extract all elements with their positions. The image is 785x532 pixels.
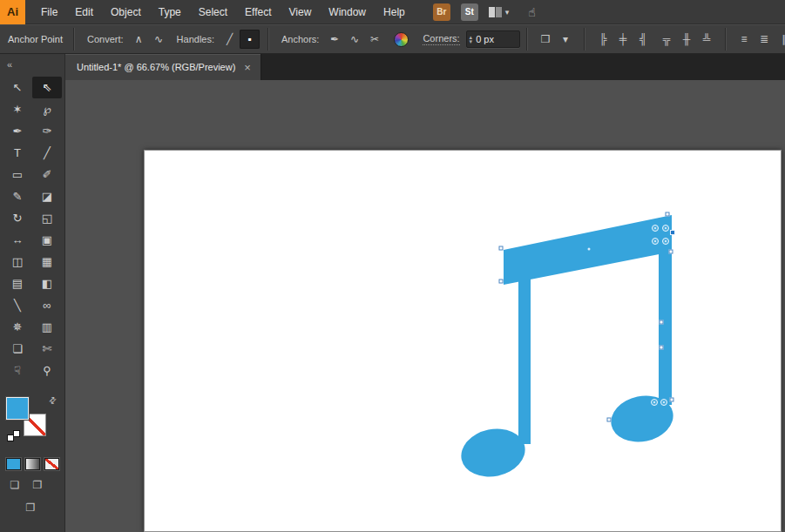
column-graph-tool[interactable]: ▥ — [32, 316, 62, 338]
anchor-point[interactable] — [670, 230, 675, 235]
menu-effect[interactable]: Effect — [236, 0, 280, 24]
gradient-tool[interactable]: ◧ — [32, 273, 62, 294]
hide-handles-icon[interactable]: ╱ — [220, 30, 240, 49]
anchor-point[interactable] — [666, 212, 670, 217]
selection-tool[interactable]: ↖ — [3, 77, 32, 98]
none-button[interactable] — [44, 458, 59, 470]
control-bar: Anchor Point Convert: ∧∿ Handles: ╱▪ Anc… — [0, 24, 785, 54]
remove-anchor-icon[interactable]: ✒ — [324, 30, 344, 49]
direct-selection-tool[interactable]: ⇖ — [32, 77, 62, 98]
touch-workspace-icon[interactable]: ☝ — [528, 5, 536, 19]
canvas-pasteboard[interactable] — [65, 80, 785, 532]
workspace-switcher[interactable]: ▾ — [489, 7, 510, 17]
menu-select[interactable]: Select — [190, 0, 236, 24]
distribute-top-icon[interactable]: ≡ — [734, 30, 755, 49]
width-tool[interactable]: ↔ — [3, 229, 32, 251]
default-fill-stroke-icon[interactable] — [7, 430, 20, 441]
menu-object[interactable]: Object — [102, 0, 150, 24]
app-logo[interactable]: Ai — [0, 0, 25, 24]
corners-value[interactable]: 0 px — [476, 34, 494, 44]
screen-mode-icon[interactable]: ❐ — [23, 501, 38, 515]
type-tool[interactable]: T — [3, 142, 32, 164]
close-tab-icon[interactable]: × — [244, 61, 251, 74]
menu-view[interactable]: View — [281, 0, 321, 24]
corner-widget[interactable] — [652, 225, 659, 232]
lasso-tool[interactable]: ℘ — [32, 98, 62, 120]
draw-behind-mode-icon[interactable]: ❐ — [30, 478, 45, 492]
corner-widget[interactable] — [652, 238, 659, 245]
menu-file[interactable]: File — [32, 0, 66, 24]
mesh-tool[interactable]: ▤ — [3, 273, 32, 294]
anchor-point[interactable] — [660, 320, 664, 325]
curvature-tool[interactable]: ✑ — [32, 120, 62, 142]
separator — [73, 28, 75, 51]
artboard[interactable] — [144, 150, 782, 532]
scale-tool[interactable]: ◱ — [32, 207, 62, 229]
line-segment-tool[interactable]: ╱ — [32, 142, 62, 164]
corners-field[interactable]: ▴ ▾ 0 px — [466, 30, 520, 48]
shape-builder-tool[interactable]: ◫ — [3, 251, 32, 273]
chevron-down-icon[interactable]: ▾ — [556, 30, 576, 49]
anchor-point[interactable] — [499, 246, 504, 251]
paintbrush-tool[interactable]: ✐ — [32, 164, 62, 185]
corner-widget[interactable] — [660, 399, 667, 406]
stock-button[interactable]: St — [461, 3, 478, 21]
separator — [526, 28, 528, 51]
bridge-button[interactable]: Br — [433, 3, 450, 21]
perspective-grid-tool[interactable]: ▦ — [32, 251, 62, 273]
corner-widget[interactable] — [662, 225, 669, 232]
align-left-icon[interactable]: ╠ — [593, 30, 613, 49]
align-top-icon[interactable]: ╦ — [657, 30, 677, 49]
zoom-tool[interactable]: ⚲ — [32, 360, 62, 381]
fill-swatch[interactable] — [6, 397, 29, 420]
menu-bar: Ai FileEditObjectTypeSelectEffectViewWin… — [0, 0, 785, 24]
gradient-button[interactable] — [25, 458, 40, 470]
menu-type[interactable]: Type — [150, 0, 190, 24]
anchor-point[interactable] — [670, 398, 674, 402]
corner-widget[interactable] — [662, 238, 669, 245]
anchor-point[interactable] — [669, 250, 673, 254]
convert-to-smooth-icon[interactable]: ∿ — [149, 30, 169, 49]
rectangle-tool[interactable]: ▭ — [3, 164, 32, 185]
show-handles-icon[interactable]: ▪ — [240, 30, 260, 49]
slice-tool[interactable]: ✄ — [32, 338, 62, 360]
draw-normal-mode-icon[interactable]: ❏ — [7, 478, 23, 492]
convert-to-corner-icon[interactable]: ∧ — [129, 30, 149, 49]
document-tab[interactable]: Untitled-1* @ 66.67% (RGB/Preview) × — [65, 54, 261, 80]
align-right-icon[interactable]: ╣ — [633, 30, 653, 49]
hand-tool[interactable]: ☟ — [3, 360, 32, 381]
shaper-tool[interactable]: ✎ — [3, 185, 32, 207]
symbol-sprayer-tool[interactable]: ✵ — [3, 316, 32, 338]
blend-tool[interactable]: ∞ — [32, 294, 62, 316]
anchor-point[interactable] — [660, 346, 664, 350]
distribute-center-icon[interactable]: ≣ — [755, 30, 775, 49]
menu-help[interactable]: Help — [375, 0, 414, 24]
eyedropper-tool[interactable]: ╲ — [3, 294, 32, 316]
tools-panel: « ↖⇖✶℘✒✑T╱▭✐✎◪↻◱↔▣◫▦▤◧╲∞✵▥❏✄☟⚲ ⇄ ❏❐ ❐ — [0, 54, 65, 532]
illustrator-window: Ai FileEditObjectTypeSelectEffectViewWin… — [0, 0, 785, 532]
menu-window[interactable]: Window — [320, 0, 375, 24]
magic-wand-tool[interactable]: ✶ — [3, 98, 32, 120]
cut-path-icon[interactable]: ✂ — [364, 30, 384, 49]
pen-tool[interactable]: ✒ — [3, 120, 32, 142]
align-center-vertical-icon[interactable]: ╫ — [677, 30, 697, 49]
rotate-tool[interactable]: ↻ — [3, 207, 32, 229]
distribute-bottom-icon[interactable]: ∥ — [775, 30, 785, 49]
swap-fill-stroke-icon[interactable]: ⇄ — [46, 394, 58, 407]
transform-presets-icon[interactable]: ❒ — [536, 30, 556, 49]
connect-endpoints-icon[interactable]: ∿ — [344, 30, 364, 49]
eraser-tool[interactable]: ◪ — [32, 185, 62, 207]
corners-label[interactable]: Corners: — [423, 33, 459, 45]
anchor-point[interactable] — [607, 418, 612, 422]
anchor-point[interactable] — [499, 279, 504, 284]
corner-widget[interactable] — [651, 399, 658, 406]
align-bottom-icon[interactable]: ╩ — [697, 30, 717, 49]
free-transform-tool[interactable]: ▣ — [32, 229, 62, 251]
align-center-horizontal-icon[interactable]: ╪ — [613, 30, 633, 49]
color-button[interactable] — [6, 458, 21, 470]
menu-edit[interactable]: Edit — [66, 0, 102, 24]
stepper-down-icon[interactable]: ▾ — [470, 39, 473, 44]
artboard-tool[interactable]: ❏ — [3, 338, 32, 360]
recolor-artwork-icon[interactable] — [394, 32, 409, 47]
collapse-panel-icon[interactable]: « — [7, 59, 12, 70]
